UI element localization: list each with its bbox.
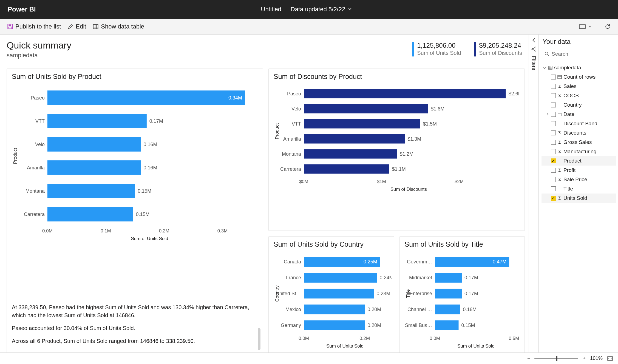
svg-rect-62 <box>304 289 374 298</box>
narrative-line: Paseo accounted for 30.04% of Sum of Uni… <box>12 324 250 332</box>
svg-rect-59 <box>304 273 377 283</box>
tile-units-by-product[interactable]: Sum of Units Sold by Product Paseo0.34MV… <box>7 69 263 352</box>
svg-rect-42 <box>304 134 405 143</box>
field-cogs[interactable]: ΣCOGS <box>542 91 616 100</box>
title-separator: | <box>285 6 287 13</box>
svg-rect-21 <box>47 184 135 198</box>
field-manufacturing-[interactable]: ΣManufacturing … <box>542 147 616 156</box>
svg-rect-33 <box>304 89 506 98</box>
svg-text:$1.3M: $1.3M <box>407 136 421 142</box>
field-sales[interactable]: ΣSales <box>542 82 616 91</box>
checkbox[interactable] <box>551 130 556 135</box>
svg-rect-9 <box>47 90 245 105</box>
checkbox[interactable] <box>551 103 556 107</box>
checkbox[interactable] <box>551 186 556 191</box>
refresh-button[interactable] <box>601 21 614 32</box>
kpi-discounts[interactable]: $9,205,248.24 Sum of Discounts <box>474 42 522 56</box>
sigma-icon: Σ <box>557 130 562 135</box>
svg-text:0.2M: 0.2M <box>359 336 370 341</box>
svg-text:Midmarket: Midmarket <box>409 275 432 280</box>
svg-rect-39 <box>304 119 420 128</box>
svg-rect-3 <box>93 24 98 29</box>
sigma-icon: Σ <box>557 196 562 201</box>
collapse-right-icon[interactable] <box>531 37 537 43</box>
narrative-line: At 338,239.50, Paseo had the highest Sum… <box>12 303 250 319</box>
search-input[interactable] <box>551 51 617 57</box>
svg-rect-2 <box>9 27 12 29</box>
filters-label[interactable]: Filters <box>531 56 537 70</box>
field-label: Profit <box>563 167 576 173</box>
chevron-down-icon[interactable] <box>347 6 352 13</box>
kpi-value: $9,205,248.24 <box>479 42 522 49</box>
tile-units-by-title[interactable]: Sum of Units Sold by Title Governm…0.47M… <box>399 236 525 352</box>
svg-text:$1.1M: $1.1M <box>392 166 406 172</box>
field-discount-band[interactable]: Discount Band <box>542 119 616 128</box>
zoom-out-button[interactable]: − <box>527 356 530 361</box>
kpi-units-sold[interactable]: 1,125,806.00 Sum of Units Sold <box>412 42 461 56</box>
checkbox[interactable] <box>551 168 556 173</box>
svg-rect-104 <box>558 113 561 116</box>
svg-rect-18 <box>47 160 141 175</box>
page-title: Quick summary <box>7 40 412 51</box>
svg-text:0.20M: 0.20M <box>367 307 381 312</box>
svg-text:Product: Product <box>13 148 18 164</box>
layout-dropdown[interactable] <box>576 22 595 32</box>
checkbox[interactable] <box>551 158 556 163</box>
search-box[interactable] <box>542 49 615 59</box>
checkbox[interactable] <box>551 121 556 126</box>
svg-text:0.15M: 0.15M <box>138 188 151 194</box>
field-gross-sales[interactable]: ΣGross Sales <box>542 138 616 147</box>
field-date[interactable]: Date <box>542 110 616 119</box>
svg-text:Enterprise: Enterprise <box>409 291 432 296</box>
edit-button[interactable]: Edit <box>64 21 89 32</box>
checkbox[interactable] <box>551 140 556 145</box>
field-label: Title <box>563 186 573 192</box>
field-units-sold[interactable]: ΣUnits Sold <box>542 194 616 203</box>
chevron-down-icon <box>543 66 546 70</box>
tile-discounts-by-product[interactable]: Sum of Discounts by Product Paseo$2.6MVe… <box>268 69 525 231</box>
title-bar: Power BI Untitled | Data updated 5/2/22 <box>0 0 618 19</box>
checkbox[interactable] <box>551 196 556 201</box>
table-icon <box>557 75 562 79</box>
svg-text:Product: Product <box>274 123 280 139</box>
checkbox[interactable] <box>551 112 556 117</box>
svg-text:0.16M: 0.16M <box>144 142 157 147</box>
calendar-icon <box>557 112 562 116</box>
tile-title: Sum of Units Sold by Country <box>274 240 389 248</box>
field-profit[interactable]: ΣProfit <box>542 166 616 175</box>
checkbox[interactable] <box>551 75 556 79</box>
doc-title-group[interactable]: Untitled | Data updated 5/2/22 <box>36 6 577 13</box>
field-title[interactable]: Title <box>542 184 616 194</box>
publish-button[interactable]: Publish to the list <box>4 21 64 32</box>
field-product[interactable]: Product <box>542 156 616 166</box>
tile-units-by-country[interactable]: Sum of Units Sold by Country Canada0.25M… <box>268 236 394 352</box>
data-pane-title: Your data <box>543 38 616 46</box>
checkbox[interactable] <box>551 177 556 182</box>
checkbox[interactable] <box>551 149 556 154</box>
svg-rect-36 <box>304 104 428 113</box>
svg-rect-24 <box>47 207 133 221</box>
zoom-in-button[interactable]: + <box>583 356 586 361</box>
svg-text:0.34M: 0.34M <box>228 95 242 101</box>
status-bar: − + 101% <box>0 352 618 364</box>
field-discounts[interactable]: ΣDiscounts <box>542 128 616 138</box>
table-node[interactable]: sampledata <box>542 63 616 72</box>
fit-to-page-icon[interactable] <box>607 356 613 361</box>
svg-text:0.17M: 0.17M <box>149 118 163 124</box>
checkbox[interactable] <box>551 93 556 98</box>
chart-discounts-by-product: Paseo$2.6MVelo$1.6MVTT$1.5MAmarilla$1.3M… <box>274 83 519 193</box>
filter-icon[interactable] <box>531 46 537 52</box>
field-sale-price[interactable]: ΣSale Price <box>542 175 616 184</box>
kpi-value: 1,125,806.00 <box>417 42 461 49</box>
zoom-slider[interactable] <box>534 358 578 359</box>
svg-text:0.24M: 0.24M <box>380 275 392 280</box>
doc-title: Untitled <box>261 6 282 13</box>
field-count-of-rows[interactable]: Count of rows <box>542 72 616 82</box>
checkbox[interactable] <box>551 84 556 89</box>
field-country[interactable]: Country <box>542 100 616 110</box>
svg-text:$1.5M: $1.5M <box>423 121 437 127</box>
scrollbar[interactable] <box>258 328 260 350</box>
report-canvas: Quick summary sampledata 1,125,806.00 Su… <box>0 35 529 352</box>
show-data-table-button[interactable]: Show data table <box>89 21 148 32</box>
field-label: Country <box>563 102 582 108</box>
